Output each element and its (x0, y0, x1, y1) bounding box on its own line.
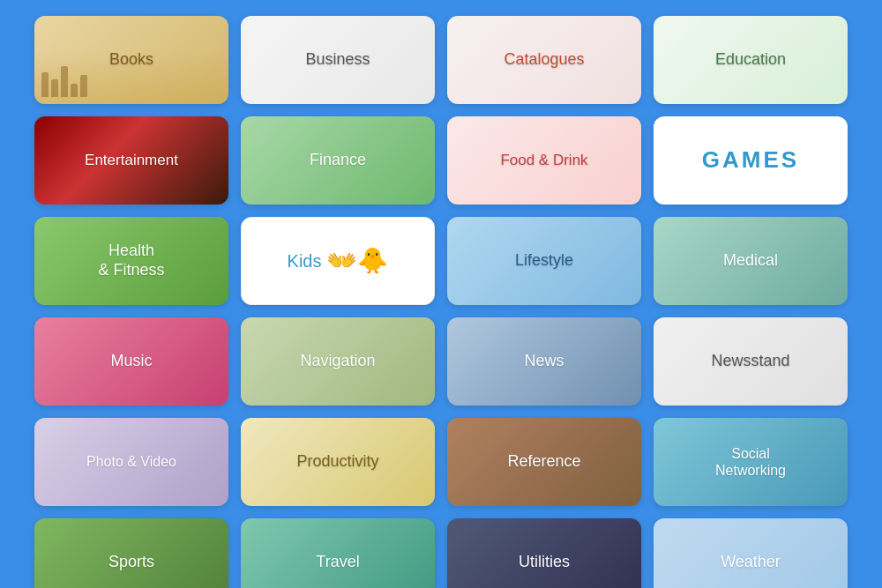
kids-label: Kids 👐🐥 (288, 246, 389, 276)
catalogues-label: Catalogues (504, 50, 584, 70)
entertainment-label: Entertainment (85, 152, 178, 169)
weather-label: Weather (721, 553, 781, 572)
card-utilities[interactable]: Utilities (447, 518, 641, 588)
lifestyle-label: Lifestyle (515, 251, 573, 271)
card-catalogues[interactable]: Catalogues (447, 16, 641, 104)
category-grid: Books Business Catalogues Education Ente… (19, 0, 863, 588)
card-education[interactable]: Education (654, 16, 848, 104)
card-reference[interactable]: Reference (447, 418, 641, 506)
health-label: Health & Fitness (98, 242, 164, 279)
card-books[interactable]: Books (34, 16, 228, 104)
card-finance[interactable]: Finance (241, 116, 435, 205)
fooddrink-label: Food & Drink (500, 152, 587, 169)
reference-label: Reference (507, 452, 580, 472)
navigation-label: Navigation (300, 352, 375, 371)
card-newsstand[interactable]: Newsstand (654, 317, 848, 406)
card-photovideo[interactable]: Photo & Video (34, 418, 228, 506)
games-label: GAMES (702, 146, 799, 174)
books-label: Books (109, 50, 153, 70)
medical-label: Medical (723, 251, 778, 271)
card-news[interactable]: News (447, 317, 641, 406)
card-health[interactable]: Health & Fitness (34, 217, 228, 305)
utilities-label: Utilities (519, 553, 570, 572)
sports-label: Sports (108, 553, 154, 572)
card-entertainment[interactable]: Entertainment (34, 116, 228, 205)
card-productivity[interactable]: Productivity (241, 418, 435, 506)
card-fooddrink[interactable]: Food & Drink (447, 116, 641, 205)
card-kids[interactable]: Kids 👐🐥 (241, 217, 435, 305)
news-label: News (524, 352, 564, 371)
business-label: Business (305, 50, 370, 70)
card-navigation[interactable]: Navigation (241, 317, 435, 406)
finance-label: Finance (310, 151, 366, 170)
card-social[interactable]: Social Networking (654, 418, 848, 506)
card-medical[interactable]: Medical (654, 217, 848, 305)
card-sports[interactable]: Sports (34, 518, 228, 588)
social-label: Social Networking (715, 445, 786, 479)
photovideo-label: Photo & Video (86, 453, 176, 470)
music-label: Music (110, 352, 152, 371)
productivity-label: Productivity (296, 452, 378, 472)
card-music[interactable]: Music (34, 317, 228, 406)
card-travel[interactable]: Travel (241, 518, 435, 588)
travel-label: Travel (316, 553, 359, 572)
card-lifestyle[interactable]: Lifestyle (447, 217, 641, 305)
card-business[interactable]: Business (241, 16, 435, 104)
card-games[interactable]: GAMES (654, 116, 848, 205)
newsstand-label: Newsstand (711, 352, 789, 371)
card-weather[interactable]: Weather (654, 518, 848, 588)
education-label: Education (715, 50, 786, 70)
